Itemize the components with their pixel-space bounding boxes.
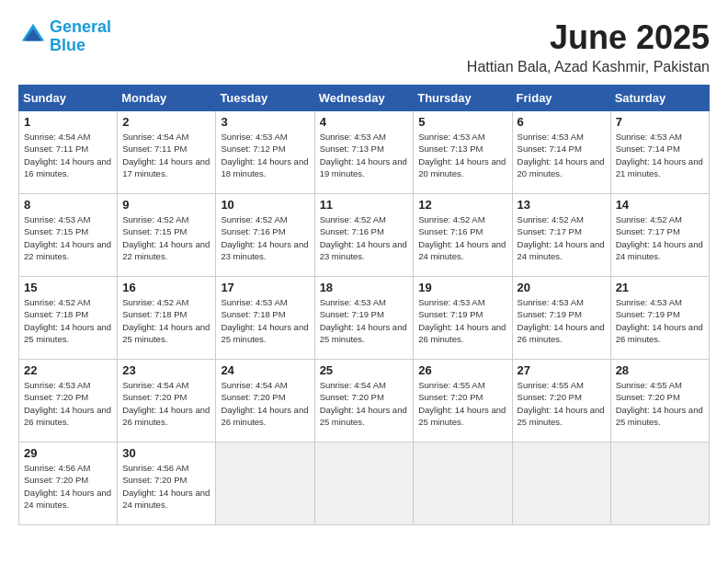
- day-cell: 3 Sunrise: 4:53 AM Sunset: 7:12 PM Dayli…: [216, 111, 314, 194]
- day-info: Sunrise: 4:53 AM Sunset: 7:15 PM Dayligh…: [24, 213, 112, 262]
- day-number: 17: [221, 281, 309, 294]
- day-cell: 23 Sunrise: 4:54 AM Sunset: 7:20 PM Dayl…: [118, 360, 216, 442]
- day-info: Sunrise: 4:53 AM Sunset: 7:14 PM Dayligh…: [616, 131, 704, 179]
- day-cell: 16 Sunrise: 4:52 AM Sunset: 7:18 PM Dayl…: [118, 277, 216, 360]
- day-number: 9: [122, 198, 210, 212]
- day-info: Sunrise: 4:54 AM Sunset: 7:20 PM Dayligh…: [221, 379, 309, 428]
- page-header: General Blue June 2025 Hattian Bala, Aza…: [18, 18, 710, 75]
- day-number: 16: [122, 281, 210, 294]
- day-info: Sunrise: 4:52 AM Sunset: 7:18 PM Dayligh…: [24, 296, 112, 345]
- day-number: 10: [221, 198, 309, 212]
- day-info: Sunrise: 4:53 AM Sunset: 7:19 PM Dayligh…: [320, 296, 409, 345]
- day-cell: 2 Sunrise: 4:54 AM Sunset: 7:11 PM Dayli…: [118, 111, 216, 194]
- day-number: 15: [24, 281, 112, 294]
- day-cell: 24 Sunrise: 4:54 AM Sunset: 7:20 PM Dayl…: [216, 360, 314, 442]
- day-cell: 19 Sunrise: 4:53 AM Sunset: 7:19 PM Dayl…: [414, 277, 512, 360]
- day-info: Sunrise: 4:54 AM Sunset: 7:11 PM Dayligh…: [24, 131, 112, 179]
- day-cell: [610, 442, 709, 525]
- day-cell: 21 Sunrise: 4:53 AM Sunset: 7:19 PM Dayl…: [610, 277, 709, 360]
- day-info: Sunrise: 4:53 AM Sunset: 7:13 PM Dayligh…: [320, 131, 409, 179]
- logo-text: General Blue: [50, 18, 111, 55]
- day-number: 24: [221, 363, 309, 377]
- day-info: Sunrise: 4:52 AM Sunset: 7:17 PM Dayligh…: [518, 213, 606, 262]
- day-number: 7: [616, 115, 704, 129]
- week-row-1: 1 Sunrise: 4:54 AM Sunset: 7:11 PM Dayli…: [19, 111, 710, 194]
- day-info: Sunrise: 4:52 AM Sunset: 7:16 PM Dayligh…: [418, 213, 506, 262]
- day-cell: 15 Sunrise: 4:52 AM Sunset: 7:18 PM Dayl…: [19, 277, 118, 360]
- day-cell: 22 Sunrise: 4:53 AM Sunset: 7:20 PM Dayl…: [19, 360, 118, 442]
- month-title: June 2025: [467, 18, 710, 57]
- day-number: 12: [418, 198, 506, 212]
- title-area: June 2025 Hattian Bala, Azad Kashmir, Pa…: [467, 18, 710, 75]
- calendar-table: SundayMondayTuesdayWednesdayThursdayFrid…: [18, 85, 710, 525]
- day-info: Sunrise: 4:54 AM Sunset: 7:20 PM Dayligh…: [122, 379, 210, 428]
- day-cell: 11 Sunrise: 4:52 AM Sunset: 7:16 PM Dayl…: [314, 194, 414, 277]
- day-cell: 30 Sunrise: 4:56 AM Sunset: 7:20 PM Dayl…: [118, 442, 216, 525]
- day-cell: [512, 442, 610, 525]
- weekday-header-sunday: Sunday: [19, 86, 118, 111]
- day-cell: 28 Sunrise: 4:55 AM Sunset: 7:20 PM Dayl…: [610, 360, 709, 442]
- day-info: Sunrise: 4:53 AM Sunset: 7:20 PM Dayligh…: [24, 379, 112, 428]
- day-number: 11: [320, 198, 409, 212]
- logo: General Blue: [18, 18, 111, 55]
- day-number: 8: [24, 198, 112, 212]
- day-cell: [216, 442, 314, 525]
- day-cell: [314, 442, 414, 525]
- day-cell: 4 Sunrise: 4:53 AM Sunset: 7:13 PM Dayli…: [314, 111, 414, 194]
- weekday-header-row: SundayMondayTuesdayWednesdayThursdayFrid…: [19, 86, 710, 111]
- day-number: 14: [616, 198, 704, 212]
- day-cell: 8 Sunrise: 4:53 AM Sunset: 7:15 PM Dayli…: [19, 194, 118, 277]
- day-info: Sunrise: 4:53 AM Sunset: 7:19 PM Dayligh…: [418, 296, 506, 345]
- day-info: Sunrise: 4:53 AM Sunset: 7:19 PM Dayligh…: [518, 296, 606, 345]
- day-cell: 26 Sunrise: 4:55 AM Sunset: 7:20 PM Dayl…: [414, 360, 512, 442]
- day-number: 25: [320, 363, 409, 377]
- week-row-4: 22 Sunrise: 4:53 AM Sunset: 7:20 PM Dayl…: [19, 360, 710, 442]
- day-cell: 13 Sunrise: 4:52 AM Sunset: 7:17 PM Dayl…: [512, 194, 610, 277]
- day-number: 22: [24, 363, 112, 377]
- day-info: Sunrise: 4:52 AM Sunset: 7:16 PM Dayligh…: [320, 213, 409, 262]
- day-info: Sunrise: 4:53 AM Sunset: 7:19 PM Dayligh…: [616, 296, 704, 345]
- day-cell: [414, 442, 512, 525]
- day-number: 3: [221, 115, 309, 129]
- week-row-5: 29 Sunrise: 4:56 AM Sunset: 7:20 PM Dayl…: [19, 442, 710, 525]
- day-number: 21: [616, 281, 704, 294]
- day-cell: 17 Sunrise: 4:53 AM Sunset: 7:18 PM Dayl…: [216, 277, 314, 360]
- day-info: Sunrise: 4:54 AM Sunset: 7:11 PM Dayligh…: [122, 131, 210, 179]
- day-cell: 25 Sunrise: 4:54 AM Sunset: 7:20 PM Dayl…: [314, 360, 414, 442]
- day-number: 27: [518, 363, 606, 377]
- day-number: 29: [24, 446, 112, 460]
- week-row-2: 8 Sunrise: 4:53 AM Sunset: 7:15 PM Dayli…: [19, 194, 710, 277]
- weekday-header-monday: Monday: [118, 86, 216, 111]
- day-info: Sunrise: 4:55 AM Sunset: 7:20 PM Dayligh…: [418, 379, 506, 428]
- day-number: 18: [320, 281, 409, 294]
- day-number: 26: [418, 363, 506, 377]
- day-info: Sunrise: 4:53 AM Sunset: 7:18 PM Dayligh…: [221, 296, 309, 345]
- day-number: 23: [122, 363, 210, 377]
- day-cell: 10 Sunrise: 4:52 AM Sunset: 7:16 PM Dayl…: [216, 194, 314, 277]
- day-info: Sunrise: 4:56 AM Sunset: 7:20 PM Dayligh…: [24, 462, 112, 511]
- day-number: 30: [122, 446, 210, 460]
- day-number: 5: [418, 115, 506, 129]
- day-info: Sunrise: 4:55 AM Sunset: 7:20 PM Dayligh…: [518, 379, 606, 428]
- logo-icon: [20, 22, 46, 48]
- day-cell: 1 Sunrise: 4:54 AM Sunset: 7:11 PM Dayli…: [19, 111, 118, 194]
- day-cell: 18 Sunrise: 4:53 AM Sunset: 7:19 PM Dayl…: [314, 277, 414, 360]
- day-info: Sunrise: 4:52 AM Sunset: 7:18 PM Dayligh…: [122, 296, 210, 345]
- day-cell: 6 Sunrise: 4:53 AM Sunset: 7:14 PM Dayli…: [512, 111, 610, 194]
- weekday-header-tuesday: Tuesday: [216, 86, 314, 111]
- day-cell: 27 Sunrise: 4:55 AM Sunset: 7:20 PM Dayl…: [512, 360, 610, 442]
- weekday-header-wednesday: Wednesday: [314, 86, 414, 111]
- weekday-header-saturday: Saturday: [610, 86, 709, 111]
- week-row-3: 15 Sunrise: 4:52 AM Sunset: 7:18 PM Dayl…: [19, 277, 710, 360]
- day-info: Sunrise: 4:53 AM Sunset: 7:13 PM Dayligh…: [418, 131, 506, 179]
- day-cell: 12 Sunrise: 4:52 AM Sunset: 7:16 PM Dayl…: [414, 194, 512, 277]
- day-number: 6: [518, 115, 606, 129]
- day-info: Sunrise: 4:52 AM Sunset: 7:16 PM Dayligh…: [221, 213, 309, 262]
- weekday-header-friday: Friday: [512, 86, 610, 111]
- day-info: Sunrise: 4:55 AM Sunset: 7:20 PM Dayligh…: [616, 379, 704, 428]
- day-cell: 14 Sunrise: 4:52 AM Sunset: 7:17 PM Dayl…: [610, 194, 709, 277]
- day-info: Sunrise: 4:52 AM Sunset: 7:15 PM Dayligh…: [122, 213, 210, 262]
- day-number: 13: [518, 198, 606, 212]
- day-info: Sunrise: 4:56 AM Sunset: 7:20 PM Dayligh…: [122, 462, 210, 511]
- day-info: Sunrise: 4:53 AM Sunset: 7:12 PM Dayligh…: [221, 131, 309, 179]
